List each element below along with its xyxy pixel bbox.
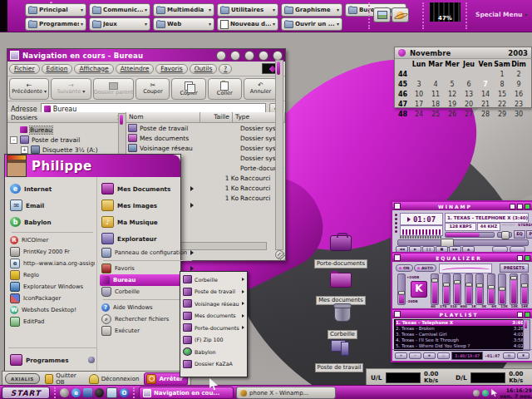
calendar-day[interactable]: 1 [494, 70, 510, 79]
start-item-iconpackager[interactable]: IconPackager [8, 293, 96, 304]
start-item-email[interactable]: ✉Email [8, 197, 96, 214]
calendar-day[interactable]: 21 [477, 100, 494, 109]
tree-item-bureau[interactable]: Bureau [10, 125, 126, 135]
spectrum-visualizer[interactable] [400, 225, 443, 236]
tree-scrollbar[interactable] [118, 113, 126, 156]
menu-edition[interactable]: Edition [42, 64, 73, 74]
start-item-babylon[interactable]: bBabylon [8, 214, 96, 230]
up-button[interactable]: Dossier parent [93, 78, 135, 100]
eq-band-slider[interactable] [465, 273, 473, 305]
add-button[interactable]: + [395, 352, 407, 359]
start-item-iana-link[interactable]: ehttp--www.iana.org-assign... [8, 258, 96, 269]
menu-button-communication[interactable]: Communic... [89, 3, 150, 17]
calendar-day[interactable] [427, 70, 444, 79]
balance-slider[interactable] [497, 232, 512, 238]
calendar-day[interactable]: 17 [411, 100, 427, 109]
close-button[interactable] [525, 255, 530, 261]
calendar-day[interactable]: 24 [411, 110, 427, 119]
preamp-slider[interactable] [397, 273, 406, 305]
calendar-day[interactable]: 10 [411, 90, 427, 99]
quicklaunch-mail-icon[interactable] [106, 387, 117, 398]
list-item[interactable]: 1. Texas - Telephone X3:40 [396, 320, 524, 326]
start-item-mes-images[interactable]: Mes Images [100, 197, 195, 214]
window-titlebar[interactable]: Navigation en cours - Bureau [7, 49, 285, 62]
calendar-titlebar[interactable]: Novembre 2003 [395, 47, 531, 59]
submenu-item-zip[interactable]: (F) Zip 100 [180, 334, 247, 347]
minimize-button[interactable] [510, 204, 515, 209]
list-item[interactable]: 2. Texas - Broken3:26 [396, 326, 524, 332]
screenshot-tool-button[interactable] [373, 7, 391, 22]
eq-toggle-button[interactable]: EQ [514, 230, 525, 239]
copy-button[interactable]: Copier [171, 78, 205, 100]
resize-grip[interactable] [278, 253, 285, 260]
tree-item-poste-de-travail[interactable]: Poste de travail [10, 135, 126, 145]
submenu-item-porte-documents[interactable]: Porte-documents [180, 322, 247, 334]
menu-button-nouveau-document[interactable]: Nouveau d... [217, 17, 278, 31]
window-control-button[interactable] [216, 51, 226, 61]
quicklaunch-outlook-icon[interactable]: O [120, 388, 129, 397]
desktop-icon-porte-documents[interactable]: Porte-documents [314, 235, 367, 268]
eq-band-slider[interactable] [498, 273, 506, 305]
table-row[interactable]: Voisinage réseauDossier systè [126, 143, 285, 153]
menu-atteindre[interactable]: Atteindre [116, 64, 155, 74]
submenu-item-mes-documents[interactable]: Mes documents [180, 310, 247, 323]
calendar-day[interactable]: 2 [510, 70, 527, 79]
calendar-day[interactable]: 20 [461, 100, 477, 109]
quicklaunch-record-icon[interactable] [95, 388, 104, 397]
start-item-explorateur-windows[interactable]: Explorateur Windows [8, 281, 96, 293]
taskbar-item-winamp[interactable]: phone X - Winamp... [236, 387, 336, 399]
submenu-item-voisinage-reseau[interactable]: Voisinage réseau [180, 298, 247, 310]
table-row[interactable]: Poste de travailDossier systè [126, 123, 285, 133]
remove-button[interactable]: − [409, 352, 421, 359]
menu-affichage[interactable]: Affichage [74, 64, 113, 74]
calendar-day[interactable]: 4 [427, 80, 444, 89]
calendar-day[interactable]: 25 [427, 110, 444, 119]
calendar-day[interactable] [411, 70, 427, 79]
calendar-day[interactable]: 27 [461, 110, 477, 119]
quit-ob-button[interactable]: Quitter OB [43, 372, 84, 387]
calendar-day[interactable]: 14 [477, 90, 494, 99]
calendar-day[interactable] [444, 70, 461, 79]
special-menu-button[interactable]: Special Menu [475, 11, 527, 18]
menu-button-ouvrir[interactable]: Ouvrir un ... [281, 17, 342, 31]
back-button[interactable]: Précédente [9, 78, 49, 100]
tray-icon-cursor[interactable] [491, 389, 497, 397]
calendar-day[interactable]: 9 [510, 80, 527, 89]
shade-button[interactable] [517, 255, 523, 261]
calendar-day-today[interactable]: 7 [477, 80, 494, 89]
close-button[interactable] [525, 204, 530, 209]
calendar-day[interactable]: 29 [494, 110, 510, 119]
calendar-day[interactable]: 22 [494, 100, 510, 109]
start-item-panneau-de-configuration[interactable]: Panneau de configuration [100, 247, 195, 259]
calendar-day[interactable]: 18 [427, 100, 444, 109]
calendar-day[interactable]: 26 [444, 110, 461, 119]
submenu-item-poste-de-travail[interactable]: Poste de travail [180, 286, 247, 298]
start-item-editpad[interactable]: EditPad [8, 316, 96, 328]
menu-fichier[interactable]: Fichier [9, 64, 40, 74]
eq-band-slider[interactable] [487, 273, 495, 305]
shade-button[interactable] [517, 204, 523, 209]
vertical-scrollbar[interactable] [275, 60, 283, 250]
undo-button[interactable]: Annuler [244, 78, 278, 100]
calendar-day[interactable]: 19 [444, 100, 461, 109]
start-item-ma-musique[interactable]: ♪Ma Musique [100, 214, 195, 230]
tray-icon-app[interactable] [482, 390, 489, 397]
eq-band-slider[interactable] [510, 273, 518, 305]
submenu-item-corbeille[interactable]: Corbeille [180, 273, 247, 286]
list-item[interactable]: 5. Texas - Where Did You Sleep ?4:02 [396, 342, 524, 348]
menu-button-principal[interactable]: Principal [25, 3, 86, 17]
presets-button[interactable]: PRESETS [500, 264, 529, 273]
shade-button[interactable] [517, 312, 523, 318]
start-item-programmes[interactable]: Programmes [8, 347, 96, 368]
cut-button[interactable]: Couper [135, 78, 170, 100]
column-size[interactable]: Taille [200, 112, 233, 122]
start-item-ricolmer[interactable]: RRICOlmer [8, 234, 96, 246]
close-button[interactable] [525, 312, 530, 318]
desktop-icon-corbeille[interactable]: Corbeille [316, 305, 369, 339]
quicklaunch-media-icon[interactable] [83, 388, 92, 397]
list-item[interactable]: 3. Texas - Carnival Girl4:01 [396, 332, 524, 337]
menu-outils[interactable]: Outils [190, 64, 218, 74]
volume-slider[interactable] [445, 232, 495, 238]
playlist-titlebar[interactable]: PLAYLIST [392, 310, 532, 318]
forward-button[interactable]: Suivante [51, 78, 91, 100]
